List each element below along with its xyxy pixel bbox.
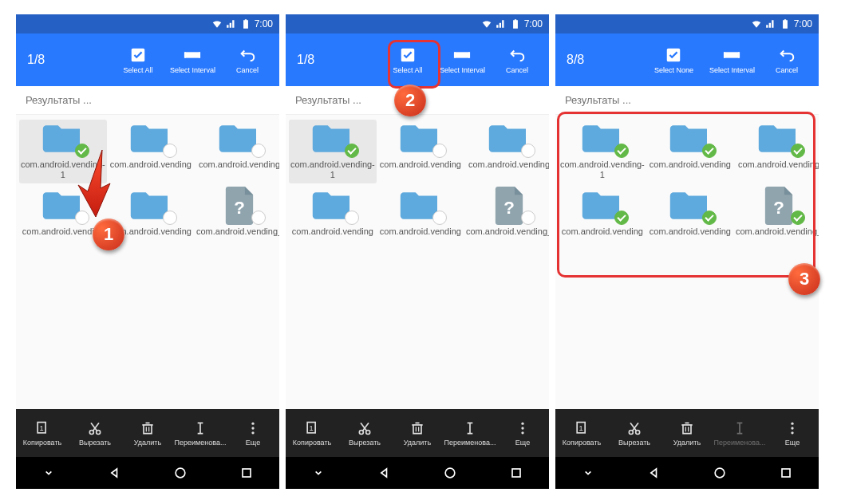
delete-button[interactable]: Удалить (121, 420, 174, 447)
nav-bar (16, 457, 279, 489)
grid-item[interactable]: com.android.vending (195, 120, 279, 183)
svg-point-34 (791, 422, 793, 424)
folder-icon (128, 188, 174, 223)
copy-icon: 1 (574, 420, 590, 436)
callout-badge: 3 (788, 263, 820, 295)
item-filename: com.android.vending (380, 159, 461, 182)
svg-point-22 (521, 427, 523, 429)
nav-menu-icon[interactable] (310, 465, 326, 481)
folder-icon (128, 121, 174, 156)
item-filename: com.android.vending_ (466, 226, 549, 249)
cancel-button[interactable]: Cancel (223, 43, 271, 77)
trash-icon (140, 420, 156, 436)
cut-button[interactable]: Вырезать (338, 420, 391, 447)
grid-item[interactable]: ?com.android.vending_ (464, 187, 549, 250)
more-button[interactable]: Еще (766, 420, 819, 447)
selection-badge[interactable] (163, 211, 177, 225)
wifi-icon (211, 18, 223, 30)
status-bar: 7:00 (555, 14, 819, 33)
selection-badge[interactable] (345, 144, 359, 158)
item-filename: com.android.vending (466, 159, 549, 182)
nav-bar (555, 457, 819, 489)
nav-back-icon[interactable] (107, 465, 123, 481)
undo-icon (778, 46, 796, 64)
cut-button[interactable]: Вырезать (608, 420, 661, 447)
nav-recent-icon[interactable] (778, 465, 794, 481)
svg-rect-14 (455, 52, 469, 57)
rename-button[interactable]: Переименова... (444, 420, 496, 447)
svg-rect-27 (725, 52, 739, 57)
grid-item[interactable]: com.android.vending (378, 187, 463, 250)
cut-button[interactable]: Вырезать (69, 420, 121, 447)
nav-back-icon[interactable] (377, 465, 393, 481)
bottom-toolbar: 1КопироватьВырезатьУдалитьПереименова...… (16, 409, 279, 457)
bottom-toolbar: 1КопироватьВырезатьУдалитьПереименова...… (555, 409, 819, 457)
folder-icon (216, 121, 263, 156)
select-interval-button[interactable]: Select Interval (701, 43, 763, 77)
selection-count: 8/8 (563, 53, 646, 67)
select-all-button[interactable]: Select None (646, 43, 701, 77)
app-bar: 1/8Select AllSelect IntervalCancel (16, 33, 279, 86)
check-icon (665, 46, 682, 64)
select-interval-button[interactable]: Select Interval (432, 43, 493, 77)
svg-text:1: 1 (310, 423, 314, 431)
grid-item[interactable]: com.android.vending (378, 120, 463, 183)
status-bar: 7:00 (286, 14, 549, 33)
selection-badge[interactable] (432, 211, 447, 225)
item-filename: com.android.vending_ (196, 226, 279, 249)
rename-button[interactable]: Переименова... (174, 420, 227, 447)
battery-icon (510, 18, 521, 30)
copy-button[interactable]: 1Копировать (286, 420, 338, 447)
select-all-button[interactable]: Select All (114, 43, 162, 77)
grid-item[interactable]: com.android.vending (464, 120, 549, 183)
delete-button[interactable]: Удалить (661, 420, 713, 447)
selection-count: 1/8 (294, 53, 384, 67)
grid-item[interactable]: ?com.android.vending_ (195, 187, 279, 250)
rename-button: Переименова... (713, 420, 766, 447)
breadcrumb[interactable]: Результаты ... (16, 86, 279, 115)
nav-recent-icon[interactable] (239, 465, 255, 481)
selection-badge[interactable] (432, 144, 447, 158)
file-grid: com.android.vending-1com.android.vending… (286, 115, 549, 409)
nav-home-icon[interactable] (442, 465, 458, 481)
copy-button[interactable]: 1Копировать (16, 420, 69, 447)
more-button[interactable]: Еще (227, 420, 279, 447)
phone-screen-2: 7:001/8Select AllSelect IntervalCancelРе… (286, 14, 549, 489)
more-button[interactable]: Еще (496, 420, 549, 447)
grid-item[interactable]: com.android.vending (109, 120, 193, 183)
selection-badge[interactable] (251, 211, 266, 225)
nav-back-icon[interactable] (646, 465, 662, 481)
breadcrumb[interactable]: Результаты ... (555, 86, 819, 115)
grid-item[interactable]: com.android.vending-1 (289, 120, 377, 183)
interval-icon (723, 46, 740, 64)
cancel-button[interactable]: Cancel (493, 43, 541, 77)
nav-menu-icon[interactable] (580, 465, 596, 481)
item-filename: com.android.vending (290, 226, 375, 249)
item-filename: com.android.vending (196, 159, 279, 182)
grid-item[interactable]: com.android.vending (289, 187, 377, 250)
nav-home-icon[interactable] (172, 465, 188, 481)
nav-recent-icon[interactable] (508, 465, 524, 481)
cancel-button[interactable]: Cancel (763, 43, 811, 77)
selection-badge[interactable] (521, 144, 535, 158)
nav-bar (286, 457, 549, 489)
select-interval-button[interactable]: Select Interval (162, 43, 223, 77)
item-filename: com.android.vending (110, 159, 192, 182)
folder-icon (397, 121, 444, 156)
copy-button[interactable]: 1Копировать (555, 420, 608, 447)
highlight-box (557, 112, 815, 278)
nav-menu-icon[interactable] (41, 465, 57, 481)
interval-icon (453, 46, 471, 64)
more-icon (245, 420, 261, 436)
delete-button[interactable]: Удалить (391, 420, 444, 447)
selection-badge[interactable] (345, 211, 359, 225)
nav-home-icon[interactable] (712, 465, 728, 481)
battery-icon (780, 18, 791, 30)
callout-arrow (64, 144, 120, 226)
status-time: 7:00 (794, 18, 812, 30)
undo-icon (239, 46, 256, 64)
selection-badge[interactable] (521, 211, 535, 225)
trash-icon (679, 420, 695, 436)
selection-badge[interactable] (163, 144, 177, 158)
selection-badge[interactable] (251, 144, 266, 158)
